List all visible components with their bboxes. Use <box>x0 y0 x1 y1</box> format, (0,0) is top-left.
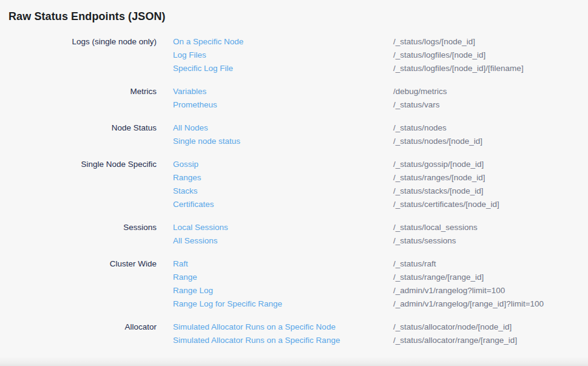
endpoint-path: /_status/sessions <box>393 234 580 248</box>
category-label: Sessions <box>8 221 157 248</box>
endpoint-path: /_status/logfiles/[node_id] <box>393 49 580 62</box>
endpoint-section: Node StatusAll NodesSingle node status/_… <box>8 121 580 148</box>
endpoint-path: /_status/ranges/[node_id] <box>393 171 580 185</box>
endpoint-link[interactable]: Range <box>173 271 393 284</box>
paths-column: /_status/local_sessions/_status/sessions <box>393 221 580 248</box>
endpoint-path: /_status/local_sessions <box>393 221 580 234</box>
category-label: Node Status <box>8 121 157 148</box>
endpoint-path: /_status/raft <box>393 257 580 271</box>
page-title: Raw Status Endpoints (JSON) <box>8 9 580 24</box>
endpoint-section: Single Node SpecificGossipRangesStacksCe… <box>8 158 580 211</box>
endpoint-link[interactable]: Simulated Allocator Runs on a Specific N… <box>173 320 393 334</box>
endpoint-link[interactable]: All Nodes <box>173 121 393 135</box>
endpoint-path: /_status/logs/[node_id] <box>393 35 580 49</box>
endpoint-link[interactable]: Gossip <box>173 158 393 171</box>
paths-column: /_status/nodes/_status/nodes/[node_id] <box>393 121 580 148</box>
footer-band <box>0 356 588 366</box>
endpoint-path: /_status/nodes <box>393 121 580 135</box>
endpoint-link[interactable]: All Sessions <box>173 234 393 248</box>
endpoint-path: /_status/gossip/[node_id] <box>393 158 580 171</box>
links-column: All NodesSingle node status <box>157 121 393 148</box>
links-column: RaftRangeRange LogRange Log for Specific… <box>157 257 393 311</box>
paths-column: /_status/logs/[node_id]/_status/logfiles… <box>393 35 580 75</box>
category-label: Logs (single node only) <box>8 35 157 75</box>
endpoint-section: AllocatorSimulated Allocator Runs on a S… <box>8 320 580 347</box>
category-label: Cluster Wide <box>8 257 157 311</box>
links-column: Simulated Allocator Runs on a Specific N… <box>157 320 393 347</box>
endpoint-path: /_admin/v1/rangelog/[range_id]?limit=100 <box>393 297 580 311</box>
links-column: GossipRangesStacksCertificates <box>157 158 393 211</box>
links-column: Local SessionsAll Sessions <box>157 221 393 248</box>
debug-endpoints-page: Raw Status Endpoints (JSON) Logs (single… <box>0 0 588 347</box>
endpoint-link[interactable]: On a Specific Node <box>173 35 393 49</box>
endpoint-link[interactable]: Prometheus <box>173 98 393 112</box>
endpoint-link[interactable]: Ranges <box>173 171 393 185</box>
endpoint-link[interactable]: Simulated Allocator Runs on a Specific R… <box>173 334 393 347</box>
endpoint-path: /debug/metrics <box>393 85 580 98</box>
endpoint-link[interactable]: Certificates <box>173 198 393 211</box>
paths-column: /_status/gossip/[node_id]/_status/ranges… <box>393 158 580 211</box>
endpoint-path: /_status/certificates/[node_id] <box>393 198 580 211</box>
endpoint-section: Cluster WideRaftRangeRange LogRange Log … <box>8 257 580 311</box>
paths-column: /debug/metrics/_status/vars <box>393 85 580 112</box>
category-label: Metrics <box>8 85 157 112</box>
endpoint-section: MetricsVariablesPrometheus/debug/metrics… <box>8 85 580 112</box>
endpoint-link[interactable]: Range Log <box>173 284 393 297</box>
paths-column: /_status/allocator/node/[node_id]/_statu… <box>393 320 580 347</box>
endpoint-link[interactable]: Raft <box>173 257 393 271</box>
links-column: On a Specific NodeLog FilesSpecific Log … <box>157 35 393 75</box>
category-label: Single Node Specific <box>8 158 157 211</box>
endpoint-sections: Logs (single node only)On a Specific Nod… <box>8 35 580 347</box>
endpoint-path: /_status/range/[range_id] <box>393 271 580 284</box>
endpoint-path: /_status/stacks/[node_id] <box>393 185 580 198</box>
endpoint-path: /_status/allocator/range/[range_id] <box>393 334 580 347</box>
category-label: Allocator <box>8 320 157 347</box>
endpoint-section: Logs (single node only)On a Specific Nod… <box>8 35 580 75</box>
endpoint-path: /_admin/v1/rangelog?limit=100 <box>393 284 580 297</box>
endpoint-section: SessionsLocal SessionsAll Sessions/_stat… <box>8 221 580 248</box>
links-column: VariablesPrometheus <box>157 85 393 112</box>
endpoint-link[interactable]: Log Files <box>173 49 393 62</box>
endpoint-link[interactable]: Local Sessions <box>173 221 393 234</box>
endpoint-link[interactable]: Single node status <box>173 135 393 148</box>
endpoint-link[interactable]: Stacks <box>173 185 393 198</box>
endpoint-link[interactable]: Range Log for Specific Range <box>173 297 393 311</box>
paths-column: /_status/raft/_status/range/[range_id]/_… <box>393 257 580 311</box>
endpoint-link[interactable]: Specific Log File <box>173 62 393 75</box>
endpoint-path: /_status/nodes/[node_id] <box>393 135 580 148</box>
endpoint-path: /_status/logfiles/[node_id]/[filename] <box>393 62 580 75</box>
endpoint-link[interactable]: Variables <box>173 85 393 98</box>
endpoint-path: /_status/allocator/node/[node_id] <box>393 320 580 334</box>
endpoint-path: /_status/vars <box>393 98 580 112</box>
